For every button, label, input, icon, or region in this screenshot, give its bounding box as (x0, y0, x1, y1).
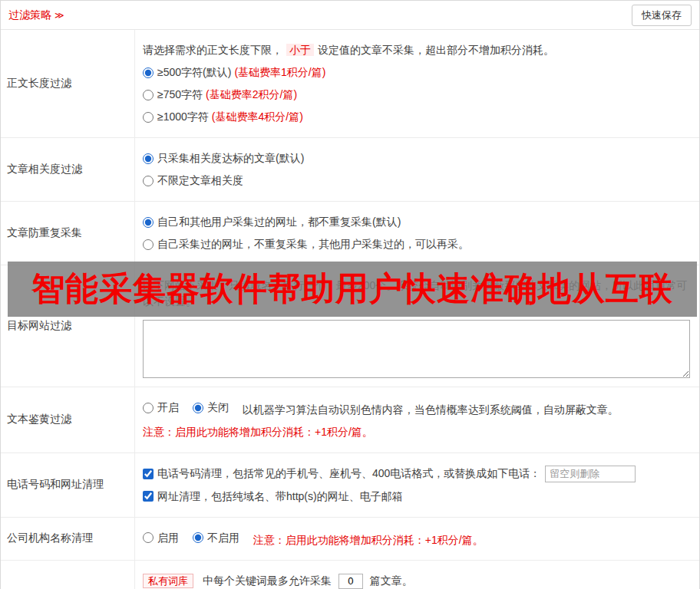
option-text: 自己和其他用户采集过的网址，都不重复采集(默认) (157, 214, 401, 230)
quick-save-button[interactable]: 快速保存 (632, 5, 692, 26)
company-note: 注意：启用此功能将增加积分消耗：+1积分/篇。 (253, 533, 484, 545)
relevance-any-radio[interactable] (143, 176, 154, 186)
body-length-content: 请选择需求的正文长度下限，小于设定值的文章不采集，超出部分不增加积分消耗。 ≥5… (135, 30, 699, 137)
row-company-clean: 公司机构名称清理 启用 不启用 注意：启用此功能将增加积分消耗：+1积分/篇。 (1, 518, 699, 561)
replacement-phone-input[interactable] (545, 466, 636, 482)
private-lexicon-tag[interactable]: 私有词库 (143, 574, 193, 588)
length-option-750[interactable]: ≥750字符 (基础费率2积分/篇) (143, 87, 690, 103)
porn-filter-note: 注意：启用此功能将增加积分消耗：+1积分/篇。 (143, 424, 690, 440)
porn-filter-desc: 以机器学习算法自动识别色情内容，当色情概率达到系统阈值，自动屏蔽文章。 (243, 403, 619, 416)
dedupe-content: 自己和其他用户采集过的网址，都不重复采集(默认) 自己采集过的网址，不重复采集，… (135, 202, 699, 265)
watermark-banner: 智能采集器软件帮助用户快速准确地从互联 (8, 262, 697, 317)
body-length-intro: 请选择需求的正文长度下限，小于设定值的文章不采集，超出部分不增加积分消耗。 (143, 42, 690, 58)
option-text: 网址清理，包括纯域名、带http(s)的网址、电子邮箱 (157, 489, 403, 505)
relevance-option-strict[interactable]: 只采集相关度达标的文章(默认) (143, 150, 690, 166)
length-1000-radio[interactable] (143, 112, 154, 123)
option-text: ≥1000字符 (157, 109, 209, 125)
page-title-wrap[interactable]: 过滤策略 ≫ (8, 8, 64, 22)
url-clean-option[interactable]: 网址清理，包括纯域名、带http(s)的网址、电子邮箱 (143, 489, 690, 505)
company-clean-content: 启用 不启用 注意：启用此功能将增加积分消耗：+1积分/篇。 (135, 518, 699, 561)
company-enable-option[interactable]: 启用 (143, 530, 179, 546)
phone-url-label: 电话号码和网址清理 (1, 453, 135, 517)
row-phone-url-clean: 电话号码和网址清理 电话号码清理，包括常见的手机号、座机号、400电话格式，或替… (1, 453, 699, 518)
option-text: 开启 (157, 400, 179, 416)
top-bar: 过滤策略 ≫ 快速保存 (1, 1, 699, 30)
intro-post: 设定值的文章不采集，超出部分不增加积分消耗。 (318, 44, 554, 56)
row-keyword-dedupe: 关键词防重复采集 私有词库 中每个关键词最多允许采集 篇文章。 如果留空或设为0… (1, 561, 699, 589)
blocked-sites-textarea[interactable] (143, 320, 690, 378)
url-clean-checkbox[interactable] (143, 491, 154, 502)
option-text: 自己采集过的网址，不重复采集，其他用户采集过的，可以再采。 (157, 236, 469, 252)
option-text: 只采集相关度达标的文章(默认) (157, 150, 304, 166)
keyword-count-input[interactable] (338, 574, 363, 589)
limit-text-mid: 中每个关键词最多允许采集 (203, 574, 332, 587)
company-options-line: 启用 不启用 注意：启用此功能将增加积分消耗：+1积分/篇。 (143, 530, 690, 548)
phone-clean-option[interactable]: 电话号码清理，包括常见的手机号、座机号、400电话格式，或替换成如下电话： (143, 466, 540, 482)
row-dedupe: 文章防重复采集 自己和其他用户采集过的网址，都不重复采集(默认) 自己采集过的网… (1, 202, 699, 265)
length-500-radio[interactable] (143, 67, 154, 78)
limit-text-end: 篇文章。 (370, 574, 413, 587)
body-length-label: 正文长度过滤 (1, 30, 135, 137)
company-clean-label: 公司机构名称清理 (1, 518, 135, 561)
phone-url-content: 电话号码清理，包括常见的手机号、座机号、400电话格式，或替换成如下电话： 网址… (135, 453, 699, 517)
porn-filter-options-line: 开启 关闭 以机器学习算法自动识别色情内容，当色情概率达到系统阈值，自动屏蔽文章… (143, 400, 690, 418)
dedupe-self-radio[interactable] (143, 239, 154, 250)
row-relevance: 文章相关度过滤 只采集相关度达标的文章(默认) 不限定文章相关度 (1, 138, 699, 202)
porn-off-radio[interactable] (193, 403, 203, 413)
option-text: ≥750字符 (157, 87, 203, 103)
option-text: 电话号码清理，包括常见的手机号、座机号、400电话格式，或替换成如下电话： (157, 466, 540, 482)
phone-clean-line: 电话号码清理，包括常见的手机号、座机号、400电话格式，或替换成如下电话： (143, 466, 690, 482)
dedupe-global-radio[interactable] (143, 217, 154, 228)
company-disable-option[interactable]: 不启用 (193, 530, 239, 546)
dedupe-option-global[interactable]: 自己和其他用户采集过的网址，都不重复采集(默认) (143, 214, 690, 230)
option-text: 启用 (157, 530, 179, 546)
length-option-1000[interactable]: ≥1000字符 (基础费率4积分/篇) (143, 109, 690, 125)
dedupe-option-self[interactable]: 自己采集过的网址，不重复采集，其他用户采集过的，可以再采。 (143, 236, 690, 252)
company-disable-radio[interactable] (193, 532, 203, 543)
option-text: 关闭 (207, 400, 229, 416)
porn-filter-content: 开启 关闭 以机器学习算法自动识别色情内容，当色情概率达到系统阈值，自动屏蔽文章… (135, 387, 699, 452)
option-note: (基础费率4积分/篇) (212, 109, 303, 125)
company-enable-radio[interactable] (143, 532, 154, 543)
relevance-strict-radio[interactable] (143, 153, 154, 164)
keyword-dedupe-content: 私有词库 中每个关键词最多允许采集 篇文章。 如果留空或设为0，则不限篇数。 如… (135, 561, 699, 589)
double-chevron-icon[interactable]: ≫ (54, 10, 64, 21)
porn-off-option[interactable]: 关闭 (193, 400, 229, 416)
watermark-text: 智能采集器软件帮助用户快速准确地从互联 (31, 267, 673, 311)
keyword-dedupe-label: 关键词防重复采集 (1, 561, 135, 589)
keyword-limit-line: 私有词库 中每个关键词最多允许采集 篇文章。 (143, 573, 690, 589)
relevance-option-any[interactable]: 不限定文章相关度 (143, 173, 690, 189)
option-text: ≥500字符(默认) (157, 64, 231, 81)
length-option-500[interactable]: ≥500字符(默认) (基础费率1积分/篇) (143, 64, 690, 81)
option-note: (基础费率1积分/篇) (234, 64, 325, 81)
intro-pre: 请选择需求的正文长度下限， (143, 44, 282, 56)
porn-on-option[interactable]: 开启 (143, 400, 179, 416)
intro-highlight: 小于 (286, 44, 314, 56)
page-title: 过滤策略 (8, 8, 51, 22)
option-text: 不启用 (207, 530, 239, 546)
row-body-length: 正文长度过滤 请选择需求的正文长度下限，小于设定值的文章不采集，超出部分不增加积… (1, 30, 699, 138)
option-note: (基础费率2积分/篇) (206, 87, 297, 103)
dedupe-label: 文章防重复采集 (1, 202, 135, 265)
row-porn-filter: 文本鉴黄过滤 开启 关闭 以机器学习算法自动识别色情内容，当色情概率达到系统阈值… (1, 387, 699, 453)
length-750-radio[interactable] (143, 90, 154, 100)
filter-settings-page: 过滤策略 ≫ 快速保存 正文长度过滤 请选择需求的正文长度下限，小于设定值的文章… (0, 0, 700, 589)
phone-clean-checkbox[interactable] (143, 469, 154, 479)
relevance-content: 只采集相关度达标的文章(默认) 不限定文章相关度 (135, 138, 699, 201)
relevance-label: 文章相关度过滤 (1, 138, 135, 201)
porn-on-radio[interactable] (143, 403, 154, 413)
porn-filter-label: 文本鉴黄过滤 (1, 387, 135, 452)
option-text: 不限定文章相关度 (157, 173, 243, 189)
